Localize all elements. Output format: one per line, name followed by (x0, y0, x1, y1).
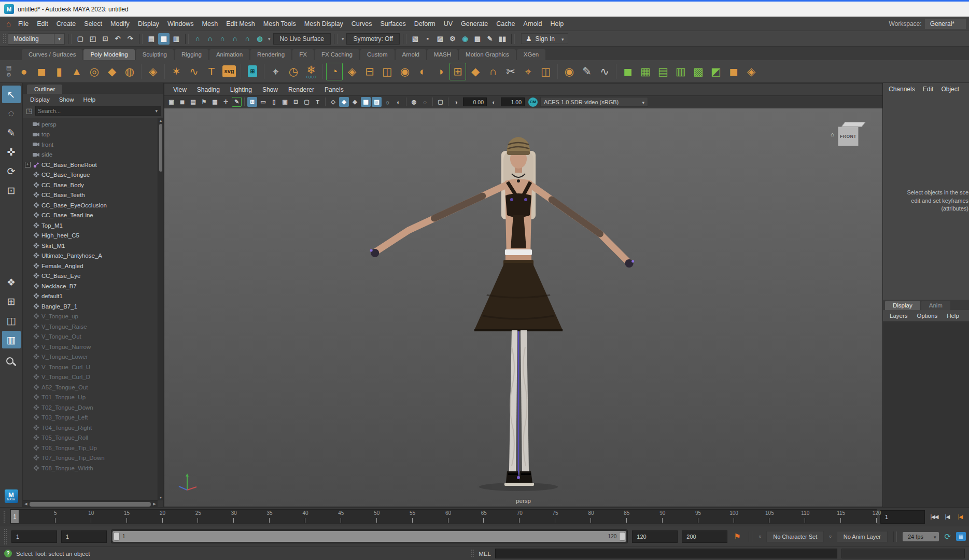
range-start-handle[interactable] (114, 532, 120, 541)
save-scene-icon[interactable]: ⊡ (100, 33, 111, 45)
outliner-item-ultimate-pantyhose-a[interactable]: Ultimate_Pantyhose_A (25, 251, 157, 261)
move-tool[interactable]: ✜ (2, 143, 21, 161)
outliner-item-cc-base-tearline[interactable]: CC_Base_TearLine (25, 211, 157, 221)
bridge-icon[interactable]: ∩ (485, 63, 501, 80)
channelbox-menu-edit[interactable]: Edit (919, 85, 937, 94)
shadows-icon[interactable]: ◐ (394, 97, 403, 107)
outliner-item-a52-tongue-out[interactable]: A52_Tongue_Out (25, 382, 157, 393)
step-back-key-button[interactable]: |◀ (954, 511, 966, 523)
live-surface-field[interactable]: No Live Surface (273, 33, 331, 45)
uv-mode-icon[interactable]: ▩ (690, 63, 707, 80)
snap-to-grid-icon[interactable]: ∩ (192, 33, 203, 45)
outliner-item-side[interactable]: side (25, 150, 157, 160)
use-default-material-icon[interactable]: ▨ (372, 97, 382, 107)
render-settings-icon[interactable]: ⚙ (447, 33, 458, 45)
timeline-tick-95[interactable]: 95 (663, 510, 698, 524)
viewport-menu-panels[interactable]: Panels (320, 85, 348, 95)
four-pane-layout[interactable]: ⊞ (2, 292, 21, 310)
symmetry-field[interactable]: Symmetry: Off (346, 33, 399, 45)
face-mode-icon[interactable]: ▥ (672, 63, 689, 80)
timeline-tick-100[interactable]: 100 (698, 510, 734, 524)
sweep-mesh-icon[interactable]: ✶ (168, 63, 185, 80)
sign-in-dropdown[interactable]: ♟ Sign In (521, 33, 569, 44)
scroll-left-icon[interactable]: ◀ (23, 502, 29, 506)
shelf-tab-custom[interactable]: Custom (360, 49, 395, 60)
outliner-item-v-tongue-narrow[interactable]: V_Tongue_Narrow (25, 342, 157, 352)
filter-icon[interactable]: ◳ (25, 107, 33, 115)
timeline-tick-20[interactable]: 20 (127, 510, 163, 524)
panel-tab-anim[interactable]: Anim (921, 301, 950, 310)
outliner-item-persp[interactable]: persp (25, 119, 157, 130)
fps-dropdown[interactable]: 24 fps (903, 532, 939, 541)
shelf-tab-xgen[interactable]: XGen (517, 49, 545, 60)
menu-mesh-tools[interactable]: Mesh Tools (259, 18, 300, 30)
shelf-menu-icon[interactable]: ▤ (2, 64, 16, 71)
svg-tool-icon[interactable]: svg (221, 63, 237, 80)
horizontal-scrollbar[interactable]: ◀ ▶ (23, 500, 158, 507)
range-slider[interactable]: 1 120 (111, 529, 628, 543)
snap-to-point-icon[interactable]: ∩ (217, 33, 228, 45)
outliner-item-cc-base-tongue[interactable]: CC_Base_Tongue (25, 170, 157, 180)
menu-generate[interactable]: Generate (457, 18, 492, 30)
search-input[interactable] (38, 108, 154, 114)
rangeslider-grip[interactable] (4, 528, 7, 544)
range-bar[interactable]: 1 120 (113, 531, 626, 542)
menu-file[interactable]: File (14, 18, 33, 30)
two-d-pan-zoom-icon[interactable]: ✛ (221, 97, 231, 107)
scrollbar-thumb[interactable] (159, 124, 162, 172)
timeline-tick-35[interactable]: 35 (234, 510, 270, 524)
scroll-up-icon[interactable]: ▲ (158, 119, 163, 122)
boolean-intersection-icon[interactable]: ◑ (432, 63, 448, 80)
shelf-tab-fx[interactable]: FX (292, 49, 314, 60)
type-tool-icon[interactable]: T (203, 63, 220, 80)
menu-uv[interactable]: UV (440, 18, 457, 30)
panel-tab-display[interactable]: Display (885, 301, 920, 310)
wireframe-on-shaded-icon[interactable]: ◈ (350, 97, 360, 107)
vertex-mode-icon[interactable]: ▦ (637, 63, 654, 80)
shelf-tab-arnold[interactable]: Arnold (396, 49, 426, 60)
timeline-tick-80[interactable]: 80 (555, 510, 591, 524)
open-scene-icon[interactable]: ◰ (87, 33, 99, 45)
make-object-live-icon[interactable]: ◍ (254, 33, 265, 45)
redo-icon[interactable]: ↷ (124, 33, 136, 45)
viewport-canvas[interactable]: ⌂ FRONT persp (164, 108, 882, 507)
multi-cut-icon[interactable]: ✂ (502, 63, 519, 80)
menu-modify[interactable]: Modify (106, 18, 134, 30)
shelf-gear-icon[interactable]: ⚙ (2, 72, 16, 78)
menu-help[interactable]: Help (546, 18, 568, 30)
multi-component-icon[interactable]: ◩ (708, 63, 724, 80)
outliner-item-t01-tongue-up[interactable]: T01_Tongue_Up (25, 393, 157, 403)
shelf-tab-animation[interactable]: Animation (209, 49, 249, 60)
outliner-item-cc-base-eyeocclusion[interactable]: CC_Base_EyeOcclusion (25, 200, 157, 211)
split-pane-layout[interactable]: ◫ (2, 312, 21, 329)
delete-history-icon[interactable]: ◷ (285, 63, 302, 80)
select-by-hierarchy-icon[interactable]: ▤ (146, 33, 157, 45)
range-end-handle[interactable] (619, 532, 625, 541)
universal-manipulator-icon[interactable]: ⌖ (268, 63, 284, 80)
time-editor-icon[interactable]: ▦ (956, 532, 966, 541)
smooth-mesh-preview-icon[interactable]: ◼ (725, 63, 742, 80)
viewport-menu-view[interactable]: View (168, 85, 191, 95)
scale-tool[interactable]: ⊡ (2, 181, 21, 199)
light-editor-icon[interactable]: ◉ (459, 33, 471, 45)
timeslider-grip[interactable] (3, 511, 6, 523)
go-to-start-button[interactable]: |◀◀ (928, 511, 940, 523)
scrollbar-thumb[interactable] (30, 502, 151, 507)
timeline-tick-5[interactable]: 5 (20, 510, 55, 524)
outliner-item-v-tongue-curl-d[interactable]: V_Tongue_Curl_D (25, 372, 157, 383)
crease-tool-icon[interactable]: ✎ (579, 63, 595, 80)
outliner-item-v-tongue-curl-u[interactable]: V_Tongue_Curl_U (25, 362, 157, 372)
menu-curves[interactable]: Curves (347, 18, 376, 30)
poly-cube-icon[interactable]: ◼ (33, 63, 50, 80)
outliner-item-v-tongue-up[interactable]: V_Tongue_up (25, 312, 157, 322)
expand-toggle[interactable]: + (25, 162, 31, 167)
outliner-menu-display[interactable]: Display (26, 95, 54, 104)
paint-selection-tool[interactable]: ✎ (2, 124, 21, 142)
outliner-item-front[interactable]: front (25, 139, 157, 150)
outliner-item-skirt-m1[interactable]: Skirt_M1 (25, 241, 157, 251)
select-tool[interactable]: ↖ (2, 86, 21, 103)
safe-title-icon[interactable]: T (313, 97, 322, 107)
menu-edit-mesh[interactable]: Edit Mesh (222, 18, 259, 30)
shelf-tab-rigging[interactable]: Rigging (175, 49, 208, 60)
gamma-icon[interactable]: ◐ (489, 97, 499, 107)
